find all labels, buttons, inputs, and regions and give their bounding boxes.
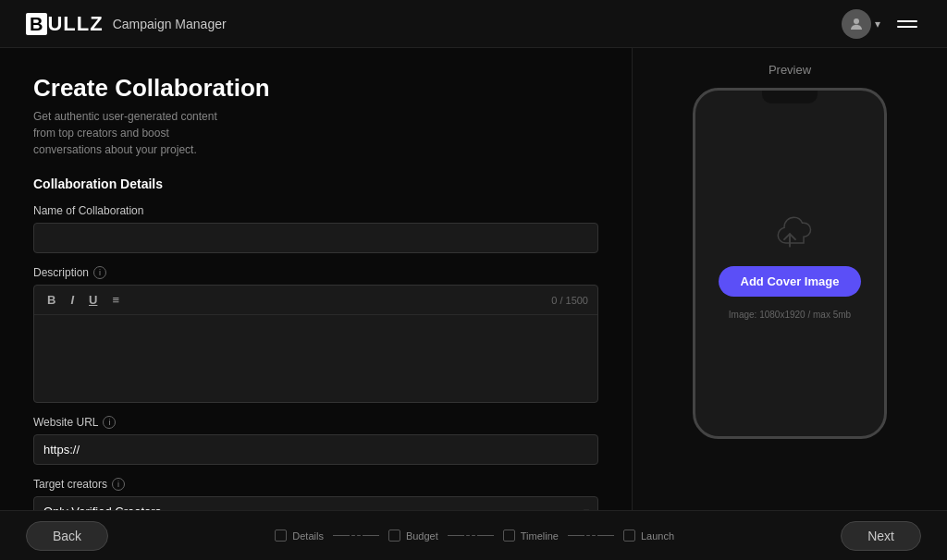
step-sep-1 <box>333 535 379 536</box>
step-details-checkbox[interactable] <box>275 530 287 542</box>
step-launch-checkbox[interactable] <box>623 530 635 542</box>
step-details-label: Details <box>292 530 324 542</box>
underline-button[interactable]: U <box>85 291 101 309</box>
preview-panel: Preview Add Cover Image Image: 1080x1920… <box>633 48 947 510</box>
step-timeline: Timeline <box>503 530 559 542</box>
section-title: Collaboration Details <box>33 177 598 191</box>
name-input[interactable] <box>33 223 598 253</box>
step-budget-label: Budget <box>406 530 438 542</box>
logo-area: BULLZ Campaign Manager <box>26 12 227 36</box>
website-input[interactable] <box>33 434 598 465</box>
app-title: Campaign Manager <box>113 17 227 31</box>
top-navigation: BULLZ Campaign Manager ▾ <box>0 0 947 48</box>
step-sep-2 <box>448 535 494 536</box>
upload-icon-area <box>762 207 818 253</box>
page-title: Create Collaboration <box>33 74 598 103</box>
preview-label: Preview <box>769 63 811 77</box>
target-creators-wrapper: Only Verified Creators All Creators ▾ <box>33 496 598 510</box>
description-toolbar: B I U ≡ 0 / 1500 <box>34 286 597 315</box>
steps-indicator: Details Budget Timeline Launch <box>275 530 674 542</box>
bottom-bar: Back Details Budget Timeline Launch <box>0 510 947 560</box>
description-textarea[interactable] <box>34 315 597 398</box>
step-timeline-label: Timeline <box>521 530 559 542</box>
name-label: Name of Collaboration <box>33 204 598 217</box>
target-creators-label: Target creators i <box>33 478 598 491</box>
page-subtitle: Get authentic user-generated content fro… <box>33 108 237 158</box>
form-panel: Create Collaboration Get authentic user-… <box>0 48 633 510</box>
step-launch-label: Launch <box>641 530 674 542</box>
svg-point-0 <box>854 18 859 24</box>
char-count: 0 / 1500 <box>551 295 588 306</box>
hamburger-menu-button[interactable] <box>893 17 921 31</box>
avatar-button[interactable]: ▾ <box>842 9 880 39</box>
description-label: Description i <box>33 266 598 279</box>
logo: BULLZ <box>26 12 104 36</box>
bold-button[interactable]: B <box>43 291 59 309</box>
toolbar-buttons: B I U ≡ <box>43 291 123 309</box>
phone-notch <box>762 91 818 103</box>
step-timeline-checkbox[interactable] <box>503 530 515 542</box>
description-container: B I U ≡ 0 / 1500 <box>33 285 598 403</box>
avatar <box>842 9 871 39</box>
step-launch: Launch <box>623 530 674 542</box>
step-sep-3 <box>568 535 614 536</box>
add-cover-image-button[interactable]: Add Cover Image <box>719 266 862 297</box>
step-budget-checkbox[interactable] <box>388 530 400 542</box>
step-details: Details <box>275 530 324 542</box>
cloud-upload-icon <box>762 207 818 253</box>
back-button[interactable]: Back <box>26 521 108 551</box>
description-info-icon[interactable]: i <box>93 266 106 279</box>
main-content: Create Collaboration Get authentic user-… <box>0 48 947 510</box>
website-info-icon[interactable]: i <box>103 416 116 429</box>
list-button[interactable]: ≡ <box>108 291 123 309</box>
image-spec: Image: 1080x1920 / max 5mb <box>729 310 851 320</box>
avatar-chevron-icon: ▾ <box>875 18 880 30</box>
step-budget: Budget <box>388 530 438 542</box>
nav-right: ▾ <box>842 9 921 39</box>
target-creators-select[interactable]: Only Verified Creators All Creators <box>33 496 598 510</box>
next-button[interactable]: Next <box>841 521 921 551</box>
target-creators-info-icon[interactable]: i <box>112 478 125 491</box>
phone-mockup: Add Cover Image Image: 1080x1920 / max 5… <box>693 88 887 439</box>
phone-content: Add Cover Image Image: 1080x1920 / max 5… <box>700 189 880 338</box>
website-label: Website URL i <box>33 416 598 429</box>
italic-button[interactable]: I <box>67 291 78 309</box>
